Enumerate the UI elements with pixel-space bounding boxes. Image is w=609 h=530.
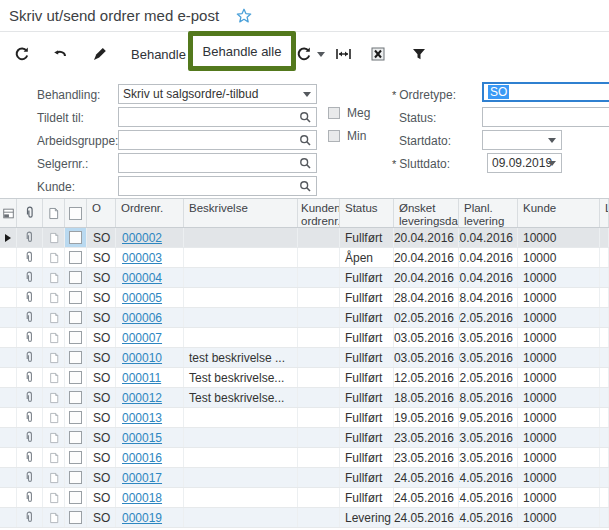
row-checkbox[interactable] [69, 511, 82, 524]
attachment-icon[interactable] [24, 371, 35, 384]
row-attachment-cell[interactable] [17, 408, 43, 427]
row-checkbox[interactable] [69, 271, 82, 284]
table-row[interactable]: SO 000019 Levering 24.05.2016 24.05.2016… [0, 508, 609, 528]
table-row[interactable]: SO 000015 Fullført 23.05.2016 23.05.2016… [0, 428, 609, 448]
lookup-icon[interactable] [299, 157, 312, 170]
order-number-link[interactable]: 000007 [122, 331, 162, 345]
note-icon[interactable] [49, 332, 59, 344]
attachment-icon[interactable] [24, 471, 35, 484]
row-checkbox[interactable] [69, 431, 82, 444]
row-note-cell[interactable] [43, 348, 65, 367]
behandle-button[interactable]: Behandle [131, 32, 186, 76]
chevron-down-icon[interactable] [303, 92, 311, 97]
attachment-icon[interactable] [24, 271, 35, 284]
row-note-cell[interactable] [43, 248, 65, 267]
attachment-icon[interactable] [24, 511, 35, 524]
row-note-cell[interactable] [43, 428, 65, 447]
edit-icon[interactable] [92, 32, 108, 76]
chevron-down-icon[interactable] [548, 138, 556, 143]
row-attachment-cell[interactable] [17, 288, 43, 307]
note-icon[interactable] [49, 292, 59, 304]
row-note-cell[interactable] [43, 228, 65, 247]
row-checkbox[interactable] [69, 491, 82, 504]
ordretype-input[interactable]: SO [482, 82, 609, 102]
table-row[interactable]: SO 000012 Test beskrivelse... Fullført 1… [0, 388, 609, 408]
table-row[interactable]: SO 000013 Fullført 19.05.2016 19.05.2016… [0, 408, 609, 428]
row-attachment-cell[interactable] [17, 448, 43, 467]
note-icon[interactable] [49, 352, 59, 364]
row-checkbox[interactable] [69, 371, 82, 384]
startdato-dropdown[interactable] [482, 130, 562, 150]
lookup-icon[interactable] [299, 111, 312, 124]
column-header-kunden-ordrenr[interactable]: Kunden ordrenr. [298, 199, 340, 227]
behandle-alle-button[interactable]: Behandle alle [203, 44, 282, 59]
order-number-link[interactable]: 000005 [122, 291, 162, 305]
kunde-input[interactable] [118, 176, 317, 196]
row-attachment-cell[interactable] [17, 428, 43, 447]
export-excel-icon[interactable] [370, 32, 386, 76]
select-all-column-header[interactable] [65, 199, 87, 227]
note-icon[interactable] [49, 412, 59, 424]
note-icon[interactable] [49, 472, 59, 484]
column-header-planl-levering[interactable]: Planl. levering [459, 199, 518, 227]
order-number-link[interactable]: 000013 [122, 411, 162, 425]
chevron-down-icon[interactable] [548, 161, 556, 166]
grid-settings-button[interactable] [0, 199, 17, 227]
row-note-cell[interactable] [43, 368, 65, 387]
select-all-checkbox[interactable] [69, 207, 82, 220]
tildelt-til-input[interactable] [118, 107, 317, 127]
meg-checkbox[interactable] [328, 107, 340, 119]
note-icon[interactable] [49, 272, 59, 284]
attachment-icon[interactable] [24, 491, 35, 504]
note-icon[interactable] [49, 232, 59, 244]
row-attachment-cell[interactable] [17, 248, 43, 267]
attachment-icon[interactable] [24, 311, 35, 324]
order-number-link[interactable]: 000017 [122, 471, 162, 485]
lookup-icon[interactable] [299, 134, 312, 147]
row-checkbox[interactable] [69, 231, 82, 244]
arbeidsgruppe-input[interactable] [118, 130, 317, 150]
note-icon[interactable] [49, 432, 59, 444]
row-note-cell[interactable] [43, 308, 65, 327]
table-row[interactable]: SO 000007 Fullført 03.05.2016 03.05.2016… [0, 328, 609, 348]
table-row[interactable]: SO 000018 Fullført 24.05.2016 24.05.2016… [0, 488, 609, 508]
order-number-link[interactable]: 000003 [122, 251, 162, 265]
row-checkbox[interactable] [69, 391, 82, 404]
column-header-beskrivelse[interactable]: Beskrivelse [184, 199, 298, 227]
row-attachment-cell[interactable] [17, 508, 43, 527]
row-note-cell[interactable] [43, 488, 65, 507]
table-row[interactable]: SO 000005 Fullført 28.04.2016 28.04.2016… [0, 288, 609, 308]
selgernr-input[interactable] [118, 153, 317, 173]
note-icon[interactable] [49, 392, 59, 404]
fit-width-icon[interactable] [335, 32, 352, 76]
note-icon[interactable] [49, 252, 59, 264]
attachment-icon[interactable] [24, 451, 35, 464]
refresh-dropdown-icon[interactable] [296, 32, 325, 76]
column-header-status[interactable]: Status [340, 199, 394, 227]
note-icon[interactable] [49, 312, 59, 324]
row-checkbox[interactable] [69, 451, 82, 464]
attachment-icon[interactable] [24, 431, 35, 444]
row-attachment-cell[interactable] [17, 368, 43, 387]
table-row[interactable]: SO 000006 Fullført 02.05.2016 02.05.2016… [0, 308, 609, 328]
attachment-icon[interactable] [24, 391, 35, 404]
favorite-star-icon[interactable] [236, 8, 252, 24]
row-checkbox[interactable] [69, 331, 82, 344]
table-row[interactable]: SO 000010 test beskrivelse ... Fullført … [0, 348, 609, 368]
order-number-link[interactable]: 000011 [122, 371, 161, 385]
attachment-icon[interactable] [24, 411, 35, 424]
row-checkbox[interactable] [69, 311, 82, 324]
order-number-link[interactable]: 000018 [122, 491, 162, 505]
note-icon[interactable] [49, 512, 59, 524]
table-row[interactable]: SO 000002 Fullført 20.04.2016 20.04.2016… [0, 228, 609, 248]
table-row[interactable]: SO 000003 Åpen 20.04.2016 20.04.2016 100… [0, 248, 609, 268]
column-header-kunde[interactable]: Kunde [518, 199, 600, 227]
min-checkbox[interactable] [328, 130, 340, 142]
order-number-link[interactable]: 000012 [122, 391, 162, 405]
row-attachment-cell[interactable] [17, 308, 43, 327]
undo-icon[interactable] [52, 32, 68, 76]
sluttdato-dropdown[interactable]: 09.09.2019 [487, 153, 562, 173]
table-row[interactable]: SO 000016 Fullført 23.05.2016 23.05.2016… [0, 448, 609, 468]
row-checkbox[interactable] [69, 291, 82, 304]
row-attachment-cell[interactable] [17, 268, 43, 287]
